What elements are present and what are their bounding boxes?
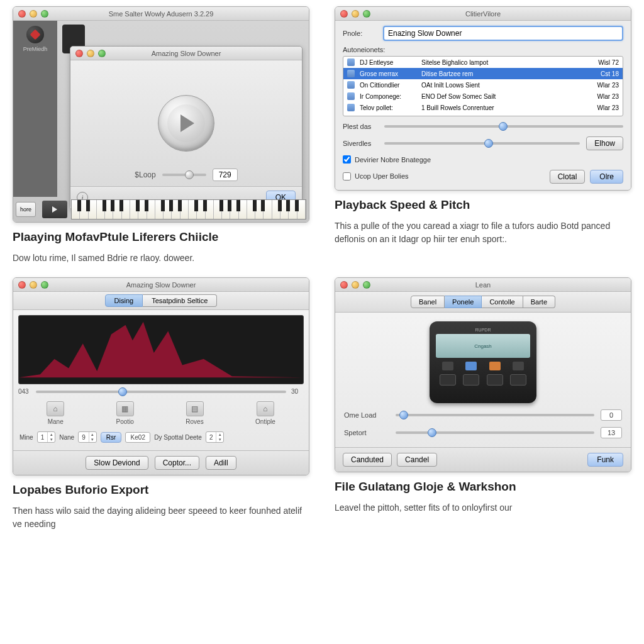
cancel-button[interactable]: Candel — [397, 453, 437, 467]
label-spot: Dy Spottal Deete — [154, 434, 202, 441]
sidebar-label: PreMiedh — [23, 46, 48, 52]
list-item: Telov pollet:1 Buill Rowels ConrentuerWl… — [343, 102, 623, 113]
home-icon: ⌂ — [257, 401, 274, 416]
close-icon[interactable] — [18, 10, 26, 18]
zoom-icon[interactable] — [363, 10, 370, 18]
minimize-icon[interactable] — [352, 10, 359, 18]
device-screen: Cngash — [436, 334, 530, 358]
slider-value: 0 — [601, 409, 622, 421]
list-icon: ▤ — [186, 401, 204, 416]
close-icon[interactable] — [340, 10, 348, 18]
piano-keys[interactable] — [71, 199, 306, 219]
tab-bar: Banel Ponele Contolle Barte — [335, 292, 631, 313]
rsr-button[interactable]: Rsr — [101, 432, 122, 443]
window-waveform: Amazing Slow Downer Dising Tesatpdinb Se… — [13, 277, 309, 475]
footer-button[interactable]: hore — [16, 202, 36, 217]
card-desc: This a pulle of the you caread a xiagr t… — [335, 219, 631, 246]
card-desc: Leavel the pittoh, setter fits of to onl… — [335, 501, 631, 514]
zoom-icon[interactable] — [41, 10, 48, 18]
loop-label: $Loop — [135, 170, 155, 179]
panel-waveform: Amazing Slow Downer Dising Tesatpdinb Se… — [13, 277, 309, 531]
slider-value: 13 — [601, 427, 622, 438]
label-nane: Nane — [59, 434, 74, 441]
play-button-small[interactable] — [42, 201, 67, 218]
list-item: Ir Componege:ENO Def Sow Somec SailtWlar… — [343, 91, 623, 102]
canduted-button[interactable]: Canduted — [343, 453, 392, 467]
slider-playback[interactable] — [384, 125, 623, 128]
file-icon — [347, 58, 355, 66]
slow-button[interactable]: Slow Deviond — [86, 456, 148, 470]
icon-row: ⌂Mane ▦Pootio ▤Roves ⌂Ontiple — [21, 401, 301, 425]
keyboard-strip: hore — [13, 197, 309, 222]
wave-pos-left: 043 — [18, 388, 31, 395]
checkbox-row[interactable]: Ucop Uper Bolies — [343, 172, 409, 180]
list-item: On CittiondlierOAt Inilt Loows SientWlar… — [343, 79, 623, 91]
icon-pootio[interactable]: ▦Pootio — [116, 401, 134, 425]
loop-value[interactable]: 729 — [213, 169, 238, 181]
tab-contolle[interactable]: Contolle — [482, 296, 523, 308]
window-title: Sme Salter Wowly Adusern 3.2.29 — [13, 10, 309, 18]
panel-prefs: ClitierVilore Pnole: Autoneionets: DJ En… — [335, 6, 631, 265]
waveform-display[interactable] — [18, 315, 304, 384]
slider-spetort[interactable] — [396, 431, 594, 434]
meter-icon — [26, 26, 44, 43]
spinner-mine[interactable]: 1▴▾ — [37, 431, 56, 443]
checkbox-row[interactable]: Devirier Nobre Bnategge — [343, 155, 623, 164]
profile-label: Pnole: — [343, 30, 378, 37]
minimize-icon[interactable] — [30, 10, 37, 18]
slider-pitch[interactable] — [384, 142, 580, 145]
minimize-icon[interactable] — [87, 50, 94, 57]
icon-ontiple[interactable]: ⌂Ontiple — [255, 401, 275, 425]
checkbox[interactable] — [343, 155, 351, 164]
wave-pos-right: 30 — [291, 388, 304, 395]
slider-label: Siverdles — [343, 140, 378, 147]
slider-load[interactable] — [396, 414, 594, 416]
position-slider[interactable] — [36, 391, 286, 393]
slider-label: Plest das — [343, 123, 378, 130]
add-button[interactable]: Adill — [206, 456, 236, 470]
checkbox[interactable] — [343, 172, 351, 180]
panel-device: Lean Banel Ponele Contolle Barte RUPDR C… — [335, 277, 631, 531]
close-icon[interactable] — [18, 281, 26, 289]
cancel-button[interactable]: Clotal — [550, 170, 586, 184]
file-icon — [347, 81, 355, 89]
window-outer: Sme Salter Wowly Adusern 3.2.29 PreMiedh… — [13, 6, 309, 223]
list-item: DJ EntleyseSitelse Bighalico lampotWisl … — [343, 57, 623, 68]
funk-button[interactable]: Funk — [587, 453, 623, 467]
window-title: Lean — [335, 281, 631, 289]
spinner-spot[interactable]: 2▴▾ — [206, 431, 225, 443]
close-icon[interactable] — [75, 50, 83, 57]
minimize-icon[interactable] — [30, 281, 37, 289]
icon-mane[interactable]: ⌂Mane — [47, 401, 64, 425]
icon-roves[interactable]: ▤Roves — [186, 401, 203, 425]
close-icon[interactable] — [340, 281, 348, 289]
device-image: RUPDR Cngash — [430, 321, 536, 403]
zoom-icon[interactable] — [98, 50, 106, 57]
loop-slider[interactable] — [162, 174, 206, 176]
zoom-icon[interactable] — [363, 281, 370, 289]
minimize-icon[interactable] — [352, 281, 359, 289]
file-icon — [347, 92, 355, 100]
play-button[interactable] — [158, 95, 214, 152]
show-button[interactable]: Elhow — [586, 136, 623, 150]
tab-settings[interactable]: Tesatpdinb Seltice — [143, 294, 217, 307]
ok-button[interactable]: Olre — [590, 170, 623, 184]
tab-ponele[interactable]: Ponele — [445, 296, 482, 308]
tab-banel[interactable]: Banel — [411, 296, 445, 308]
rsr-value: Ke02 — [125, 432, 150, 443]
zoom-icon[interactable] — [41, 281, 48, 289]
window-title: ClitierVilore — [335, 10, 631, 18]
item-list[interactable]: DJ EntleyseSitelse Bighalico lampotWisl … — [343, 56, 623, 116]
spinner-nane[interactable]: 9▴▾ — [78, 431, 97, 443]
window-title: Amazing Slow Downer — [13, 281, 309, 289]
captor-button[interactable]: Coptor... — [155, 456, 199, 470]
card-desc: Dow lotu rime, Il samed Bdrie re rlaoy. … — [13, 252, 309, 265]
tab-dising[interactable]: Dising — [105, 294, 143, 307]
card-heading: Plaaying MofavPtule Liferers Chiicle — [13, 230, 309, 244]
card-desc: Then hass wilo said the daying alideing … — [13, 504, 309, 531]
slider-label: Spetort — [344, 429, 389, 436]
tab-barte[interactable]: Barte — [523, 296, 555, 308]
window-inner: Amazing Slow Downer $Loop 729 i OK — [70, 46, 303, 209]
window-device: Lean Banel Ponele Contolle Barte RUPDR C… — [335, 277, 631, 472]
profile-input[interactable] — [383, 26, 623, 41]
